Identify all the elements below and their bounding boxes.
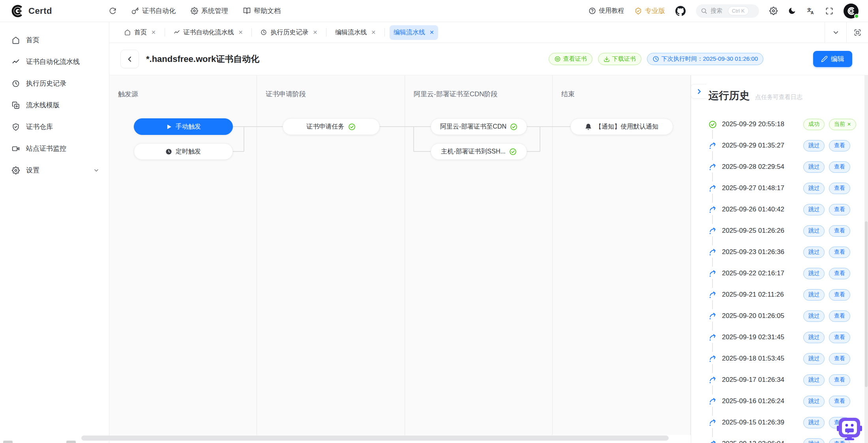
- panel-collapse-button[interactable]: [691, 84, 707, 99]
- tab-编辑流水线[interactable]: 编辑流水线 ✕: [331, 25, 380, 40]
- run-history-row[interactable]: 2025-09-17 01:26:34跳过查看: [709, 369, 861, 391]
- run-history-row[interactable]: 2025-09-25 01:26:26跳过查看: [709, 220, 861, 241]
- gear-icon: [12, 166, 20, 174]
- tab-maximize-button[interactable]: [846, 22, 868, 43]
- run-badge-跳过[interactable]: 跳过: [803, 289, 825, 301]
- run-badge-跳过[interactable]: 跳过: [803, 268, 825, 279]
- run-history-row[interactable]: 2025-09-28 02:29:54跳过查看: [709, 156, 861, 178]
- tab-close-icon[interactable]: ✕: [151, 29, 156, 36]
- sidebar-item-证书仓库[interactable]: 证书仓库: [0, 116, 109, 138]
- run-badge-跳过[interactable]: 跳过: [803, 374, 825, 386]
- sidebar-item-设置[interactable]: 设置: [0, 159, 109, 181]
- run-badge-查看[interactable]: 查看: [829, 247, 850, 258]
- tab-close-icon[interactable]: ✕: [429, 29, 434, 36]
- sidebar-item-首页[interactable]: 首页: [0, 29, 109, 51]
- tutorial-link[interactable]: 使用教程: [589, 7, 624, 15]
- chatbot-widget-icon[interactable]: [836, 417, 862, 441]
- run-badge-跳过[interactable]: 跳过: [803, 332, 825, 343]
- chart-icon: [12, 58, 20, 66]
- run-history-row[interactable]: 2025-09-21 02:11:26跳过查看: [709, 284, 861, 305]
- tab-编辑流水线-active[interactable]: 编辑流水线 ✕: [390, 25, 438, 40]
- run-badge-查看[interactable]: 查看: [829, 268, 850, 279]
- run-badge-查看[interactable]: 查看: [829, 289, 850, 301]
- close-icon[interactable]: ✕: [847, 121, 851, 127]
- run-history-row[interactable]: 2025-09-29 01:35:27跳过查看: [709, 135, 861, 156]
- sidebar-item-证书自动化流水线[interactable]: 证书自动化流水线: [0, 51, 109, 73]
- run-badge-跳过[interactable]: 跳过: [803, 438, 825, 443]
- run-badge-跳过[interactable]: 跳过: [803, 183, 825, 194]
- run-badge-查看[interactable]: 查看: [829, 140, 850, 151]
- run-badge-跳过[interactable]: 跳过: [803, 417, 825, 428]
- book-icon: [243, 7, 251, 15]
- pipeline-canvas[interactable]: 触发源手动触发定时触发证书申请阶段证书申请任务阿里云-部署证书至CDN阶段阿里云…: [109, 75, 691, 435]
- sidebar-item-执行历史记录[interactable]: 执行历史记录: [0, 73, 109, 94]
- pipeline-node-手动触发[interactable]: 手动触发: [134, 118, 233, 135]
- run-badge-跳过[interactable]: 跳过: [803, 396, 825, 407]
- run-badge-查看[interactable]: 查看: [829, 396, 850, 407]
- run-timestamp: 2025-09-28 02:29:54: [722, 163, 803, 171]
- run-badge-跳过[interactable]: 跳过: [803, 225, 825, 237]
- run-badge-查看[interactable]: 查看: [829, 204, 850, 215]
- sidebar-item-站点证书监控[interactable]: 站点证书监控: [0, 138, 109, 159]
- pipeline-node-定时触发[interactable]: 定时触发: [134, 143, 233, 160]
- pipeline-node-【通知】使用默认通知[interactable]: 【通知】使用默认通知: [570, 118, 673, 135]
- vertical-scrollbar-track[interactable]: [864, 75, 868, 443]
- github-icon[interactable]: [675, 6, 686, 16]
- run-history-row[interactable]: 2025-09-26 01:40:42跳过查看: [709, 199, 861, 220]
- tab-close-icon[interactable]: ✕: [313, 29, 317, 36]
- settings-gear-icon[interactable]: [769, 7, 778, 15]
- view-cert-button[interactable]: 查看证书: [549, 53, 592, 65]
- sidebar-item-流水线模版[interactable]: 流水线模版: [0, 94, 109, 116]
- top-nav-item[interactable]: [109, 7, 116, 15]
- run-badge-成功[interactable]: 成功: [803, 119, 825, 130]
- run-badge-查看[interactable]: 查看: [829, 310, 850, 322]
- run-badge-查看[interactable]: 查看: [829, 183, 850, 194]
- run-history-row[interactable]: 2025-09-18 01:53:45跳过查看: [709, 348, 861, 369]
- run-history-row[interactable]: 2025-09-20 01:26:05跳过查看: [709, 305, 861, 327]
- run-badge-跳过[interactable]: 跳过: [803, 140, 825, 151]
- tab-close-icon[interactable]: ✕: [238, 29, 243, 36]
- brand[interactable]: Certd: [10, 4, 109, 18]
- horizontal-scrollbar-thumb[interactable]: [81, 436, 669, 441]
- run-badge-查看[interactable]: 查看: [829, 225, 850, 237]
- tab-close-icon[interactable]: ✕: [371, 29, 376, 36]
- run-badge-查看[interactable]: 查看: [829, 374, 850, 386]
- run-badge-查看[interactable]: 查看: [829, 353, 850, 364]
- pipeline-node-阿里云-部署证书至CDN[interactable]: 阿里云-部署证书至CDN: [431, 118, 527, 135]
- dark-mode-moon-icon[interactable]: [788, 7, 796, 15]
- tab-证书自动化流水线[interactable]: 证书自动化流水线 ✕: [170, 25, 247, 40]
- vertical-scrollbar-thumb[interactable]: [865, 221, 868, 387]
- fullscreen-icon[interactable]: [825, 7, 833, 15]
- tab-list-dropdown-button[interactable]: [825, 22, 846, 43]
- top-nav-item[interactable]: 帮助文档: [243, 6, 281, 15]
- tab-首页[interactable]: 首页 ✕: [120, 25, 160, 40]
- run-badge-跳过[interactable]: 跳过: [803, 247, 825, 258]
- download-cert-button[interactable]: 下载证书: [598, 53, 641, 65]
- top-nav-item[interactable]: 系统管理: [191, 6, 228, 15]
- tab-执行历史记录[interactable]: 执行历史记录 ✕: [257, 25, 321, 40]
- user-avatar[interactable]: [844, 4, 859, 19]
- run-badge-跳过[interactable]: 跳过: [803, 353, 825, 364]
- run-history-row[interactable]: 2025-09-23 01:26:36跳过查看: [709, 241, 861, 263]
- run-history-row[interactable]: 2025-09-16 01:26:24跳过查看: [709, 391, 861, 412]
- run-badge-当前[interactable]: 当前✕: [829, 119, 856, 130]
- run-badge-查看[interactable]: 查看: [829, 161, 850, 173]
- skip-arrow-icon: [709, 184, 717, 193]
- run-badge-跳过[interactable]: 跳过: [803, 161, 825, 173]
- language-icon[interactable]: [806, 7, 815, 15]
- pro-version-link[interactable]: 专业版: [634, 6, 665, 15]
- edit-button[interactable]: 编辑: [813, 51, 852, 67]
- run-history-row[interactable]: 2025-09-27 01:48:17跳过查看: [709, 178, 861, 199]
- run-history-row[interactable]: 2025-09-19 02:31:45跳过查看: [709, 327, 861, 348]
- pipeline-node-主机-部署证书到SSH...[interactable]: 主机-部署证书到SSH...: [431, 143, 527, 160]
- search-input[interactable]: 搜索 Ctrl K: [696, 4, 759, 18]
- run-badge-跳过[interactable]: 跳过: [803, 204, 825, 215]
- top-nav-item[interactable]: 证书自动化: [131, 6, 176, 15]
- certd-app: Certd 证书自动化 系统管理 帮助文档 使用教程 专业版 搜索 Ctrl K: [0, 0, 868, 443]
- back-button[interactable]: [120, 50, 139, 68]
- run-badge-跳过[interactable]: 跳过: [803, 310, 825, 322]
- pipeline-node-证书申请任务[interactable]: 证书申请任务: [283, 118, 380, 135]
- run-history-row[interactable]: 2025-09-29 20:55:18成功当前✕: [709, 114, 861, 135]
- run-badge-查看[interactable]: 查看: [829, 332, 850, 343]
- run-history-row[interactable]: 2025-09-22 02:16:17跳过查看: [709, 263, 861, 284]
